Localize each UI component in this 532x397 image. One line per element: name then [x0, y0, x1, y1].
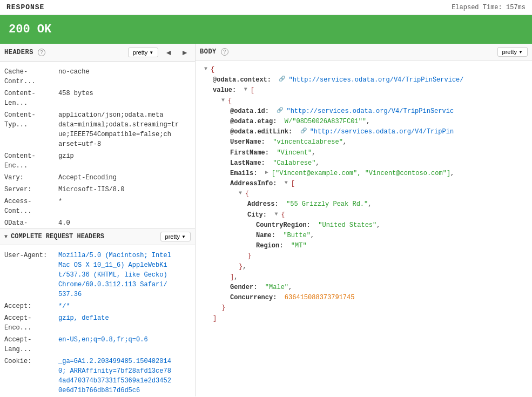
json-line-lastname: LastName: "Calabrese", — [204, 158, 523, 169]
header-row-content-enc: Content-Enc... gzip — [4, 150, 191, 172]
header-row-access-control: Access-Cont... * — [4, 196, 191, 217]
json-line-countryregion: CountryRegion: "United States", — [204, 220, 523, 231]
req-header-accept-encoding: Accept-Enco... gzip, deflate — [4, 312, 191, 334]
status-code: 200 OK — [9, 23, 51, 36]
complete-req-pretty-button[interactable]: pretty — [160, 232, 191, 241]
collapse-arrow-root[interactable]: ▼ — [204, 65, 211, 73]
json-line-id: @odata.id: 🔗 "http://services.odata.org/… — [204, 106, 523, 117]
json-line-context: @odata.context: 🔗 "http://services.odata… — [204, 75, 523, 85]
json-line-address: Address: "55 Grizzly Peak Rd.", — [204, 199, 523, 210]
elapsed-time: Elapsed Time: 157ms — [452, 4, 526, 11]
right-arrow-button[interactable]: ► — [179, 47, 191, 58]
complete-req-section: ▼ COMPLETE REQUEST HEADERS pretty User-A… — [0, 228, 195, 396]
json-line-emails: Emails: ► ["Vincent@example.com", "Vince… — [204, 169, 523, 179]
req-header-cookie: Cookie: _ga=GA1.2.203499485.1504020140; … — [4, 355, 191, 396]
json-line-firstname: FirstName: "Vincent", — [204, 148, 523, 158]
complete-req-title: COMPLETE REQUEST HEADERS — [11, 233, 104, 240]
json-line-value: value: ▼ [ — [204, 85, 523, 96]
req-header-accept-lang: Accept-Lang... en-US,en;q=0.8,fr;q=0.6 — [4, 334, 191, 355]
context-url-link[interactable]: "http://services.odata.org/V4/TripPinSer… — [288, 75, 463, 85]
json-line-etag: @odata.etag: W/"08D50026A837FC01"", — [204, 117, 523, 127]
body-label: BODY — [200, 48, 217, 56]
top-bar: RESPONSE Elapsed Time: 157ms — [0, 0, 532, 15]
req-header-user-agent: User-Agent: Mozilla/5.0 (Macintosh; Inte… — [4, 250, 191, 300]
header-row-content-type: Content-Typ... application/json;odata.me… — [4, 109, 191, 150]
headers-label: HEADERS — [4, 49, 33, 56]
json-line-region: Region: "MT" — [204, 241, 523, 251]
json-line-item-close: } — [204, 303, 523, 313]
header-row-server: Server: Microsoft-IIS/8.0 — [4, 184, 191, 196]
json-line-item-open: ▼ { — [204, 96, 523, 106]
link-icon-id[interactable]: 🔗 — [277, 106, 286, 115]
right-pane: BODY ? pretty ▼ { @odata.context: 🔗 "htt… — [196, 44, 532, 396]
json-line-username: UserName: "vincentcalabrese", — [204, 137, 523, 147]
json-line-name: Name: "Butte", — [204, 231, 523, 241]
response-title: RESPONSE — [6, 3, 44, 11]
json-line-addr-obj-close: }, — [204, 262, 523, 272]
json-line-city: City: ▼ { — [204, 210, 523, 220]
link-icon-context[interactable]: 🔗 — [279, 75, 288, 84]
link-icon-editlink[interactable]: 🔗 — [300, 127, 310, 136]
collapse-arrow-item[interactable]: ▼ — [221, 96, 228, 105]
body-content: ▼ { @odata.context: 🔗 "http://services.o… — [196, 60, 532, 328]
editlink-url-link[interactable]: "http://services.odata.org/V4/TripPin — [310, 127, 454, 137]
toggle-icon[interactable]: ▼ — [4, 234, 8, 240]
json-line-gender: Gender: "Male", — [204, 282, 523, 293]
json-line-editlink: @odata.editLink: 🔗 "http://services.odat… — [204, 127, 523, 137]
req-header-accept: Accept: */* — [4, 300, 191, 312]
headers-help-icon[interactable]: ? — [38, 49, 45, 56]
json-line-city-close: } — [204, 251, 523, 261]
json-line-addr-obj-open: ▼ { — [204, 189, 523, 199]
left-arrow-button[interactable]: ◄ — [163, 47, 174, 58]
body-pane-header: BODY ? pretty — [196, 44, 532, 60]
headers-section: Cache-Contr... no-cache Content-Len... 4… — [0, 62, 195, 228]
header-row-vary: Vary: Accept-Encoding — [4, 172, 191, 184]
json-line-open-brace: ▼ { — [204, 65, 523, 75]
collapse-arrow-value[interactable]: ▼ — [244, 85, 251, 94]
collapse-arrow-city[interactable]: ▼ — [274, 210, 281, 219]
collapse-arrow-emails[interactable]: ► — [265, 169, 272, 177]
json-line-value-close: ] — [204, 314, 523, 324]
headers-pane-header: HEADERS ? pretty ◄ ► — [0, 44, 195, 62]
json-line-addressinfo-close: ], — [204, 272, 523, 282]
headers-pretty-button[interactable]: pretty — [128, 48, 158, 57]
body-help-icon[interactable]: ? — [221, 48, 228, 56]
left-pane: HEADERS ? pretty ◄ ► Cache-Contr... no-c… — [0, 44, 196, 396]
collapse-arrow-addr-obj[interactable]: ▼ — [239, 189, 245, 198]
id-url-link[interactable]: "http://services.odata.org/V4/TripPinSer… — [286, 106, 454, 117]
json-line-addressinfo: AddressInfo: ▼ [ — [204, 179, 523, 189]
header-row-content-len: Content-Len... 458 bytes — [4, 88, 191, 109]
complete-req-header: ▼ COMPLETE REQUEST HEADERS pretty — [0, 228, 195, 245]
header-row-cache: Cache-Contr... no-cache — [4, 66, 191, 88]
req-headers-body: User-Agent: Mozilla/5.0 (Macintosh; Inte… — [0, 245, 195, 396]
header-row-odata-version: OData-Versi... 4.0 — [4, 217, 191, 228]
body-pretty-button[interactable]: pretty — [497, 47, 528, 57]
json-line-concurrency: Concurrency: 636415088373791745 — [204, 293, 523, 303]
collapse-arrow-addressinfo[interactable]: ▼ — [285, 179, 291, 187]
status-bar: 200 OK — [0, 15, 532, 44]
